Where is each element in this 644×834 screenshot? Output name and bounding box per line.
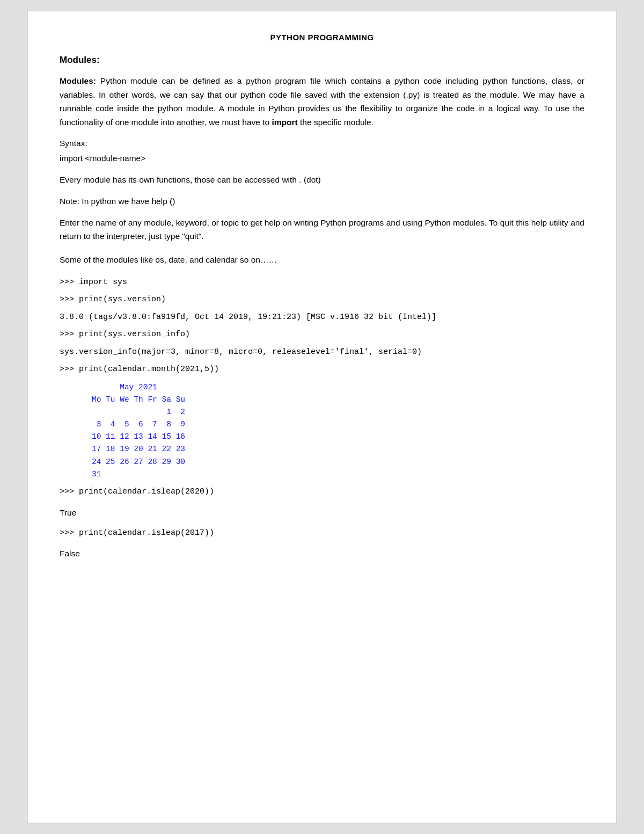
code-print-version-info: >>> print(sys.version_info) bbox=[60, 329, 584, 341]
code-print-calendar-month: >>> print(calendar.month(2021,5)) bbox=[60, 364, 584, 376]
calendar-row5: 24 25 26 27 28 29 30 bbox=[92, 458, 185, 466]
note-line: Note: In python we have help () bbox=[60, 197, 584, 206]
syntax-label: Syntax: bbox=[60, 139, 584, 148]
code-import-sys: >>> import sys bbox=[60, 277, 584, 289]
calendar-header: May 2021 bbox=[92, 383, 157, 391]
note-text: In python we have help () bbox=[79, 197, 175, 206]
dot-line: Every module has its own functions, thos… bbox=[60, 173, 584, 187]
code-print-version: >>> print(sys.version) bbox=[60, 294, 584, 306]
code-isleap-2017: >>> print(calendar.isleap(2017)) bbox=[60, 527, 584, 540]
code-isleap-2020: >>> print(calendar.isleap(2020)) bbox=[60, 486, 584, 498]
help-paragraph: Enter the name of any module, keyword, o… bbox=[60, 216, 584, 243]
intro-paragraph: Modules: Python module can be defined as… bbox=[60, 74, 584, 129]
calendar-row3: 10 11 12 13 14 15 16 bbox=[92, 432, 185, 441]
import-bold: import bbox=[272, 118, 298, 127]
output-false: False bbox=[60, 549, 584, 559]
syntax-code: import <module-name> bbox=[60, 154, 584, 163]
calendar-row6: 31 bbox=[92, 470, 101, 478]
calendar-days: Mo Tu We Th Fr Sa Su bbox=[92, 395, 185, 404]
page-title: PYTHON PROGRAMMING bbox=[60, 33, 584, 42]
calendar-row2: 3 4 5 6 7 8 9 bbox=[92, 420, 185, 429]
page-container: PYTHON PROGRAMMING Modules: Modules: Pyt… bbox=[27, 11, 617, 823]
modules-line: Some of the modules like os, date, and c… bbox=[60, 253, 584, 267]
calendar-row1: 1 2 bbox=[92, 408, 185, 416]
section-heading: Modules: bbox=[60, 55, 584, 66]
calendar-output: May 2021 Mo Tu We Th Fr Sa Su 1 2 3 4 5 … bbox=[92, 381, 584, 481]
note-bold: Note: bbox=[60, 197, 79, 206]
output-version: 3.8.0 (tags/v3.8.0:fa919fd, Oct 14 2019,… bbox=[60, 311, 584, 324]
output-true: True bbox=[60, 508, 584, 518]
calendar-row4: 17 18 19 20 21 22 23 bbox=[92, 445, 185, 453]
intro-bold: Modules: bbox=[60, 76, 96, 85]
import-text: the specific module. bbox=[298, 118, 374, 127]
output-version-info: sys.version_info(major=3, minor=8, micro… bbox=[60, 346, 584, 359]
